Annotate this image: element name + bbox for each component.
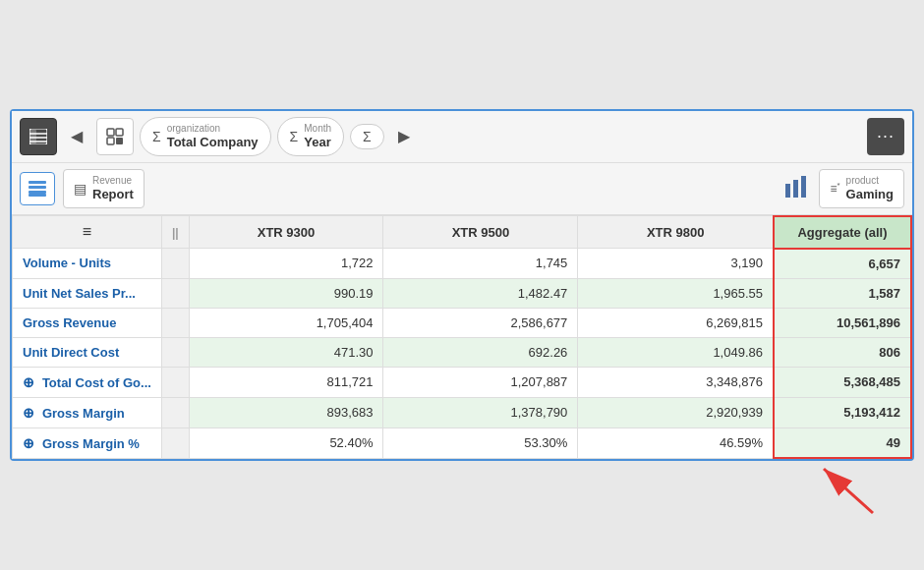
- cell-2-2: 6,269,815: [578, 308, 774, 337]
- month-filter[interactable]: Σ Month Year: [277, 117, 344, 156]
- extra-filter[interactable]: Σ: [350, 124, 384, 149]
- arrow-annotation: [794, 449, 893, 518]
- svg-rect-7: [107, 138, 114, 144]
- report-label-group: Revenue Report: [92, 174, 134, 203]
- separator-header-cell: ||: [161, 216, 189, 249]
- svg-rect-10: [29, 186, 46, 189]
- cell-5-2: 2,920,939: [578, 397, 774, 428]
- svg-rect-15: [801, 176, 806, 198]
- data-table: ≡ || XTR 9300 XTR 9500 XTR 9800 Aggregat…: [12, 215, 912, 460]
- svg-rect-11: [29, 191, 46, 194]
- row-separator: [161, 278, 189, 308]
- column-separator-icon: ||: [172, 226, 179, 240]
- org-label-value: Total Company: [167, 135, 259, 151]
- cell-1-1: 1,482.47: [383, 278, 578, 308]
- row-label-2: Gross Revenue: [13, 308, 162, 337]
- month-label-top: Month: [304, 122, 331, 135]
- table-row: ⊕ Total Cost of Go...811,7211,207,8873,3…: [13, 367, 912, 397]
- row-separator: [161, 367, 189, 397]
- table-row: ⊕ Gross Margin %52.40%53.30%46.59%49: [13, 428, 912, 458]
- col-header-xtr9800: XTR 9800: [578, 216, 774, 249]
- org-label-group: organization Total Company: [167, 122, 259, 151]
- row-separator: [161, 308, 189, 337]
- cell-4-2: 3,348,876: [578, 367, 774, 397]
- sidebar-toggle-button[interactable]: [20, 118, 57, 155]
- expand-icon[interactable]: ⊕: [23, 374, 38, 390]
- table-row: Unit Direct Cost471.30692.261,049.86806: [13, 337, 912, 367]
- layout-button[interactable]: [96, 118, 134, 155]
- cell-1-2: 1,965.55: [578, 278, 774, 308]
- cell-0-1: 1,745: [383, 249, 578, 279]
- row-label-3: Unit Direct Cost: [13, 337, 162, 367]
- table-row: Unit Net Sales Pr...990.191,482.471,965.…: [13, 278, 912, 308]
- arrow-svg: [794, 449, 893, 518]
- cell-2-1: 2,586,677: [383, 308, 578, 337]
- row-separator: [161, 428, 189, 458]
- svg-rect-13: [785, 184, 790, 198]
- forward-button[interactable]: ▶: [390, 118, 418, 155]
- table-row: Gross Revenue1,705,4042,586,6776,269,815…: [13, 308, 912, 337]
- report-doc-icon: ▤: [74, 181, 87, 197]
- row-label-4: ⊕ Total Cost of Go...: [13, 367, 162, 397]
- report-chip[interactable]: ▤ Revenue Report: [63, 169, 144, 208]
- product-label-top: product: [846, 174, 894, 187]
- cell-3-0: 471.30: [189, 337, 383, 367]
- row-separator: [161, 249, 189, 279]
- cell-0-2: 3,190: [578, 249, 774, 279]
- product-chip[interactable]: ≡* product Gaming: [819, 169, 904, 208]
- sigma-icon-org: Σ: [152, 129, 161, 144]
- cell-3-1: 692.26: [383, 337, 578, 367]
- svg-rect-5: [107, 129, 114, 136]
- aggregate-cell-5: 5,193,412: [774, 397, 911, 428]
- row-separator: [161, 337, 189, 367]
- expand-icon[interactable]: ⊕: [23, 405, 38, 421]
- svg-rect-6: [116, 129, 123, 136]
- cell-2-0: 1,705,404: [189, 308, 383, 337]
- cell-6-0: 52.40%: [189, 428, 383, 458]
- more-options-button[interactable]: ···: [867, 118, 904, 155]
- svg-rect-8: [116, 138, 123, 144]
- sigma-icon-month: Σ: [290, 129, 299, 144]
- cell-6-1: 53.30%: [383, 428, 578, 458]
- cell-4-1: 1,207,887: [383, 367, 578, 397]
- cell-4-0: 811,721: [189, 367, 383, 397]
- filter-icon[interactable]: ≡: [83, 223, 91, 240]
- col-header-xtr9300: XTR 9300: [189, 216, 383, 249]
- view-list-button[interactable]: [20, 172, 55, 205]
- back-button[interactable]: ◀: [63, 118, 90, 155]
- table-row: ⊕ Gross Margin893,6831,378,7902,920,9395…: [13, 397, 912, 428]
- organization-filter[interactable]: Σ organization Total Company: [140, 117, 271, 156]
- svg-line-17: [824, 469, 873, 513]
- cell-5-0: 893,683: [189, 397, 383, 428]
- row-separator: [161, 397, 189, 428]
- aggregate-cell-3: 806: [774, 337, 911, 367]
- main-container: ◀ Σ organization Total Company Σ Month Y…: [10, 109, 914, 461]
- aggregate-cell-2: 10,561,896: [774, 308, 911, 337]
- second-toolbar: ▤ Revenue Report ≡* product Gaming: [12, 163, 912, 215]
- row-label-5: ⊕ Gross Margin: [13, 397, 162, 428]
- svg-rect-9: [29, 181, 46, 184]
- bar-chart-icon: [783, 174, 811, 203]
- svg-rect-14: [793, 180, 798, 198]
- row-label-1: Unit Net Sales Pr...: [13, 278, 162, 308]
- cell-0-0: 1,722: [189, 249, 383, 279]
- top-toolbar: ◀ Σ organization Total Company Σ Month Y…: [12, 111, 912, 163]
- table-row: Volume - Units1,7221,7453,1906,657: [13, 249, 912, 279]
- product-icon: ≡*: [830, 181, 839, 196]
- product-label-group: product Gaming: [846, 174, 894, 203]
- cell-5-1: 1,378,790: [383, 397, 578, 428]
- filter-header-cell: ≡: [13, 216, 162, 249]
- product-label-value: Gaming: [846, 187, 894, 203]
- cell-6-2: 46.59%: [578, 428, 774, 458]
- expand-icon[interactable]: ⊕: [23, 435, 38, 451]
- svg-rect-12: [29, 194, 46, 197]
- cell-3-2: 1,049.86: [578, 337, 774, 367]
- month-label-group: Month Year: [304, 122, 331, 151]
- row-label-0: Volume - Units: [13, 249, 162, 279]
- aggregate-cell-1: 1,587: [774, 278, 911, 308]
- col-header-aggregate: Aggregate (all): [774, 216, 911, 249]
- col-header-xtr9500: XTR 9500: [383, 216, 578, 249]
- org-label-top: organization: [167, 122, 259, 135]
- aggregate-cell-0: 6,657: [774, 249, 911, 279]
- aggregate-cell-4: 5,368,485: [774, 367, 911, 397]
